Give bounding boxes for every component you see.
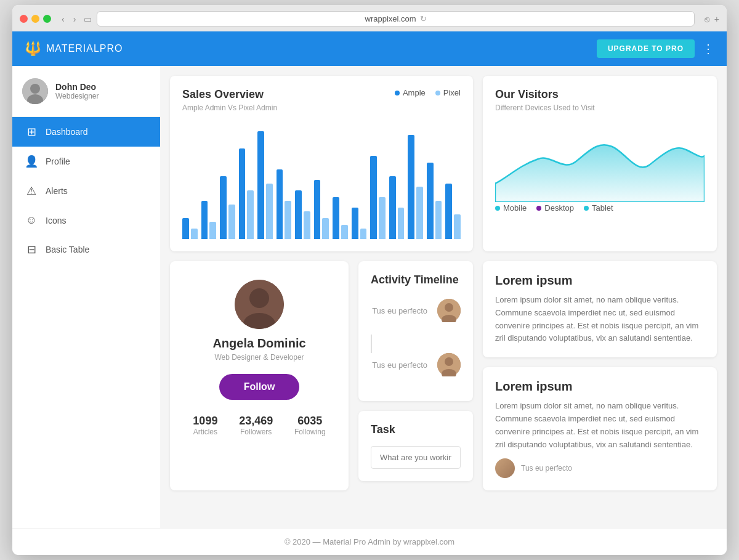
bar-ample [333,197,339,239]
upgrade-button[interactable]: UPGRADE TO PRO [597,39,695,58]
sidebar-item-basic-table[interactable]: ⊟ Basic Table [12,235,160,264]
lorem-title-2: Lorem ipsum [495,379,705,394]
svg-point-4 [249,288,269,308]
timeline-title: Activity Timeline [371,274,461,286]
bar-group [333,197,348,239]
bar-ample [239,148,246,239]
user-role: Webdesigner [55,92,99,100]
sidebar-item-dashboard[interactable]: ⊞ Dashboard [12,117,160,147]
logo-area: 🔱 MATERIALPRO [25,41,123,57]
bar-pixel [341,225,348,239]
app-body: Dohn Deo Webdesigner ⊞ Dashboard 👤 Profi… [12,66,727,528]
browser-chrome: ‹ › ▭ wrappixel.com ↻ ⎋ + [12,5,727,31]
tablet-legend: Tablet [584,203,613,213]
profile-role: Web Designer & Developer [182,353,336,362]
bar-pixel [266,184,273,239]
bar-pixel [398,208,405,239]
window-toggle-button[interactable]: ▭ [84,14,92,24]
bar-group [295,190,310,239]
desktop-dot [536,206,541,211]
more-options-button[interactable]: ⋮ [702,41,714,56]
lorem-footer-2: Tus eu perfecto [495,458,705,478]
timeline-entry-1: Tus eu perfecto [371,299,461,322]
logo-text: MATERIALPRO [46,43,123,54]
bar-ample [201,201,208,239]
lorem-card-1: Lorem ipsum Lorem ipsum dolor sit amet, … [483,261,717,357]
task-card: Task [358,411,473,481]
maximize-button[interactable] [43,15,51,23]
following-count: 6035 [294,415,326,428]
bar-group [370,156,386,239]
followers-label: Followers [239,428,273,436]
bar-group [352,208,367,239]
bar-pixel [191,229,198,239]
tablet-label: Tablet [592,203,613,213]
back-button[interactable]: ‹ [59,13,68,25]
bar-pixel [209,222,216,239]
legend-ample: Ample [395,88,426,97]
bar-ample [314,180,321,239]
sidebar-item-alerts[interactable]: ⚠ Alerts [12,176,160,206]
svg-point-7 [445,303,453,312]
bar-ample [389,176,396,239]
close-button[interactable] [20,15,28,23]
tablet-dot [584,206,589,211]
bar-chart [182,128,461,239]
bar-pixel [285,201,291,239]
profile-stats: 1099 Articles 23,469 Followers 6035 Foll… [182,415,336,436]
desktop-label: Desktop [544,203,574,213]
footer: © 2020 — Material Pro Admin by wrappixel… [12,528,727,555]
bar-ample [277,169,283,239]
lorem-author-2: Tus eu perfecto [521,464,572,473]
profile-avatar [235,280,284,329]
visitors-title: Our Visitors [495,88,705,101]
minimize-button[interactable] [31,15,39,23]
visitors-svg [495,122,705,202]
footer-text: © 2020 — Material Pro Admin by wrappixel… [285,537,454,546]
task-input[interactable] [371,446,461,469]
icons-icon: ☺ [25,214,38,227]
articles-count: 1099 [193,415,217,428]
legend-pixel: Pixel [435,88,461,97]
new-tab-button[interactable]: + [714,14,719,24]
sales-title: Sales Overview [182,88,277,101]
traffic-lights [20,15,51,23]
stat-followers: 23,469 Followers [239,415,273,436]
pixel-label: Pixel [443,88,461,97]
share-button[interactable]: ⎋ [705,14,709,24]
bar-group [314,180,329,239]
refresh-icon[interactable]: ↻ [420,14,427,23]
profile-card: Angela Dominic Web Designer & Developer … [170,261,349,490]
ample-label: Ample [403,88,426,97]
sales-subtitle: Ample Admin Vs Pixel Admin [182,103,277,112]
mobile-label: Mobile [503,203,527,213]
browser-window: ‹ › ▭ wrappixel.com ↻ ⎋ + 🔱 MATERIALPRO … [12,5,727,555]
dashboard-icon: ⊞ [25,125,38,139]
bar-pixel [454,214,461,239]
timeline-entry-2: Tus eu perfecto [371,353,461,376]
url-text: wrappixel.com [365,14,416,23]
sidebar-item-profile[interactable]: 👤 Profile [12,147,160,176]
desktop-legend: Desktop [536,203,574,213]
stat-following: 6035 Following [294,415,326,436]
bar-ample [352,208,358,239]
bar-pixel [435,201,442,239]
profile-name: Angela Dominic [182,336,336,351]
main-content: Sales Overview Ample Admin Vs Pixel Admi… [160,66,727,528]
sidebar-item-icons[interactable]: ☺ Icons [12,206,160,235]
follow-button[interactable]: Follow [219,374,300,400]
forward-button[interactable]: › [70,13,79,25]
bar-group [201,201,217,239]
bar-group [445,184,461,239]
bar-group [182,218,198,239]
app-header: 🔱 MATERIALPRO UPGRADE TO PRO ⋮ [12,31,727,66]
sidebar-label-icons: Icons [46,216,66,225]
stat-articles: 1099 Articles [193,415,217,436]
activity-timeline-card: Activity Timeline Tus eu perfecto [358,261,473,401]
bar-ample [445,184,452,239]
alerts-icon: ⚠ [25,184,38,198]
browser-nav: ‹ › [59,13,79,25]
lorem-card-2: Lorem ipsum Lorem ipsum dolor sit amet, … [483,367,717,490]
bar-pixel [416,187,423,239]
address-bar[interactable]: wrappixel.com ↻ [97,11,694,26]
